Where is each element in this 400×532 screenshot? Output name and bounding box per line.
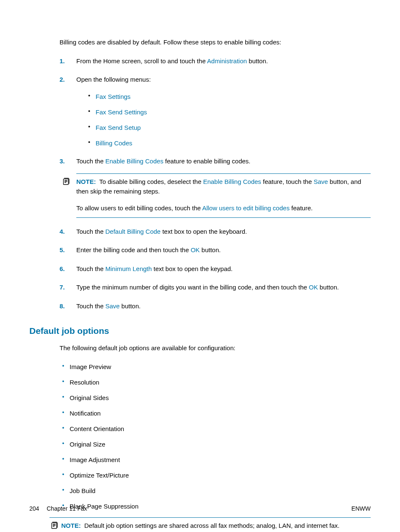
step-5: 5. Enter the billing code and then touch… bbox=[60, 245, 371, 255]
page-footer: 204 Chapter 11 Fax ENWW bbox=[29, 505, 371, 512]
list-item: Image Adjustment bbox=[62, 455, 371, 464]
step-num: 5. bbox=[60, 245, 65, 255]
list-item: Content Orientation bbox=[62, 424, 371, 433]
link-administration: Administration bbox=[207, 57, 247, 65]
step-text: Touch the Enable Billing Codes feature t… bbox=[76, 158, 250, 165]
step-text: Enter the billing code and then touch th… bbox=[76, 246, 221, 253]
svg-rect-0 bbox=[63, 179, 68, 184]
note-box-1: NOTE: To disable billing codes, deselect… bbox=[76, 173, 371, 218]
step-num: 3. bbox=[60, 157, 65, 166]
menu-item: Fax Send Settings bbox=[88, 108, 371, 116]
section-heading-default-job-options: Default job options bbox=[29, 326, 371, 336]
page-number: 204 bbox=[29, 505, 39, 512]
step-num: 1. bbox=[60, 57, 65, 66]
intro-text: Billing codes are disabled by default. F… bbox=[60, 38, 371, 47]
step-text: Touch the Minimum Length text box to ope… bbox=[76, 265, 233, 272]
step-num: 2. bbox=[60, 75, 65, 85]
menu-item: Billing Codes bbox=[88, 139, 371, 147]
step-2-menu-list: Fax Settings Fax Send Settings Fax Send … bbox=[76, 92, 371, 147]
step-text: From the Home screen, scroll to and touc… bbox=[76, 57, 268, 65]
menu-item: Fax Settings bbox=[88, 92, 371, 101]
step-1: 1. From the Home screen, scroll to and t… bbox=[60, 57, 371, 66]
steps-list: 1. From the Home screen, scroll to and t… bbox=[60, 57, 371, 311]
svg-rect-1 bbox=[52, 523, 57, 528]
step-text: Touch the Default Billing Code text box … bbox=[76, 228, 247, 235]
step-2: 2. Open the following menus: Fax Setting… bbox=[60, 75, 371, 147]
note-line-1: NOTE: To disable billing codes, deselect… bbox=[76, 177, 371, 196]
step-3: 3. Touch the Enable Billing Codes featur… bbox=[60, 157, 371, 218]
step-num: 7. bbox=[60, 283, 65, 292]
chapter-label: Chapter 11 Fax bbox=[47, 505, 87, 512]
link-enable-billing-codes: Enable Billing Codes bbox=[105, 158, 163, 165]
step-num: 6. bbox=[60, 264, 65, 274]
note-icon bbox=[50, 521, 59, 532]
list-item: Resolution bbox=[62, 378, 371, 387]
step-4: 4. Touch the Default Billing Code text b… bbox=[60, 227, 371, 237]
step-8: 8. Touch the Save button. bbox=[60, 302, 371, 311]
section2-intro: The following default job options are av… bbox=[60, 343, 371, 353]
job-options-list: Image Preview Resolution Original Sides … bbox=[60, 362, 371, 511]
step-7: 7. Type the minimum number of digits you… bbox=[60, 283, 371, 292]
note-line-2: To allow users to edit billing codes, to… bbox=[76, 204, 371, 213]
step-6: 6. Touch the Minimum Length text box to … bbox=[60, 264, 371, 274]
footer-right: ENWW bbox=[351, 505, 371, 512]
list-item: Job Build bbox=[62, 486, 371, 495]
menu-item: Fax Send Setup bbox=[88, 123, 371, 132]
note-box-2: NOTE: Default job option settings are sh… bbox=[49, 517, 371, 532]
step-text: Touch the Save button. bbox=[76, 302, 140, 310]
note-line: NOTE: Default job option settings are sh… bbox=[49, 521, 371, 531]
step-num: 4. bbox=[60, 227, 65, 237]
list-item: Original Sides bbox=[62, 393, 371, 402]
list-item: Optimize Text/Picture bbox=[62, 471, 371, 480]
list-item: Original Size bbox=[62, 440, 371, 449]
step-text: Type the minimum number of digits you wa… bbox=[76, 284, 339, 291]
note-icon bbox=[62, 177, 70, 189]
list-item: Image Preview bbox=[62, 362, 371, 371]
step-num: 8. bbox=[60, 302, 65, 311]
list-item: Notification bbox=[62, 409, 371, 418]
step-text: Open the following menus: bbox=[76, 76, 151, 83]
